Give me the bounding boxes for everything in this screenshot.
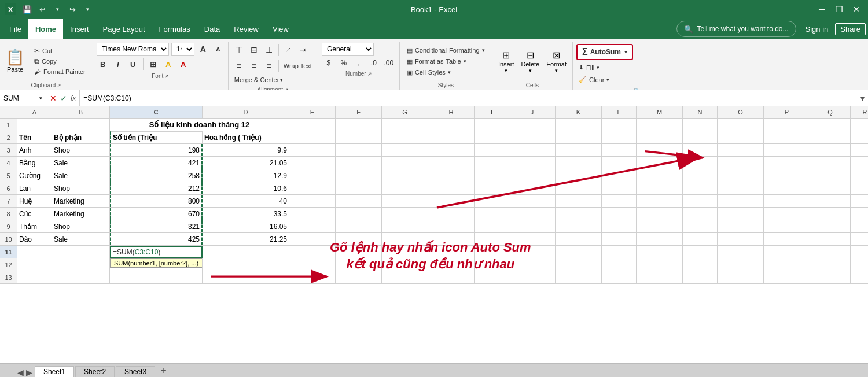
copy-button[interactable]: ⧉ Copy [32, 56, 88, 66]
increase-decimal-button[interactable]: .0 [367, 57, 381, 69]
cell-g10[interactable] [382, 233, 428, 245]
cell-r4[interactable] [851, 157, 868, 169]
tell-me-input[interactable]: 🔍 Tell me what you want to do... [676, 21, 796, 37]
cell-k13[interactable] [556, 271, 602, 283]
cell-i5[interactable] [475, 169, 509, 182]
cell-i12[interactable] [475, 258, 509, 271]
cell-k8[interactable] [556, 208, 602, 220]
cell-a3[interactable]: Anh [17, 144, 52, 156]
col-header-b[interactable]: B [52, 106, 110, 118]
cell-j6[interactable] [509, 182, 556, 194]
cell-e11[interactable] [289, 246, 336, 258]
cell-o3[interactable] [718, 144, 764, 156]
cell-j5[interactable] [509, 169, 556, 182]
restore-button[interactable]: ❐ [832, 2, 846, 16]
cell-b6[interactable]: Shop [52, 182, 110, 194]
cell-g12[interactable] [382, 258, 428, 271]
cell-j8[interactable] [509, 208, 556, 220]
insert-dropdown[interactable]: ▾ [505, 68, 507, 73]
cell-n8[interactable] [683, 208, 718, 220]
cell-q1[interactable] [810, 119, 851, 131]
currency-button[interactable]: $ [322, 57, 336, 69]
cell-i4[interactable] [475, 157, 509, 169]
formula-input[interactable]: =SUM(C3:C10) [79, 90, 857, 106]
cell-g3[interactable] [382, 144, 428, 156]
formula-fx-button[interactable]: fx [71, 94, 76, 102]
cell-n7[interactable] [683, 195, 718, 207]
cell-o6[interactable] [718, 182, 764, 194]
cell-r3[interactable] [851, 144, 868, 156]
menu-page-layout[interactable]: Page Layout [96, 19, 152, 39]
cell-m8[interactable] [637, 208, 683, 220]
cell-c6[interactable]: 212 [110, 182, 203, 194]
col-header-n[interactable]: N [683, 106, 718, 118]
cell-e12[interactable] [289, 258, 336, 271]
col-header-e[interactable]: E [289, 106, 336, 118]
paste-button[interactable]: 📋 Paste [2, 42, 28, 81]
cell-l10[interactable] [602, 233, 637, 245]
cell-e1[interactable] [289, 119, 336, 131]
cell-i10[interactable] [475, 233, 509, 245]
sheet-tab-3[interactable]: Sheet3 [116, 366, 155, 377]
cell-l8[interactable] [602, 208, 637, 220]
cell-e2[interactable] [289, 131, 336, 143]
cell-h12[interactable] [428, 258, 475, 271]
cell-b1[interactable] [52, 119, 110, 131]
cell-i8[interactable] [475, 208, 509, 220]
cell-d4[interactable]: 21.05 [203, 157, 289, 169]
cell-r8[interactable] [851, 208, 868, 220]
cell-e3[interactable] [289, 144, 336, 156]
cell-q3[interactable] [810, 144, 851, 156]
cell-a7[interactable]: Huệ [17, 195, 52, 207]
cell-n4[interactable] [683, 157, 718, 169]
cell-o4[interactable] [718, 157, 764, 169]
format-dropdown[interactable]: ▾ [555, 68, 558, 73]
font-size-select[interactable]: 14 [171, 43, 194, 56]
cell-l2[interactable] [602, 131, 637, 143]
cell-d12[interactable] [203, 258, 289, 271]
align-top-button[interactable]: ⊤ [232, 43, 246, 57]
col-header-m[interactable]: M [637, 106, 683, 118]
cell-q9[interactable] [810, 220, 851, 232]
row-header-12[interactable]: 12 [0, 258, 17, 271]
cell-d5[interactable]: 12.9 [203, 169, 289, 182]
cell-r5[interactable] [851, 169, 868, 182]
cell-m6[interactable] [637, 182, 683, 194]
menu-formulas[interactable]: Formulas [152, 19, 197, 39]
cell-f8[interactable] [336, 208, 382, 220]
cell-h5[interactable] [428, 169, 475, 182]
cell-e9[interactable] [289, 220, 336, 232]
cell-b3[interactable]: Shop [52, 144, 110, 156]
col-header-r[interactable]: R [851, 106, 868, 118]
cell-m9[interactable] [637, 220, 683, 232]
cell-j7[interactable] [509, 195, 556, 207]
cell-d3[interactable]: 9.9 [203, 144, 289, 156]
cell-h11[interactable] [428, 246, 475, 258]
cell-p11[interactable] [764, 246, 810, 258]
formula-confirm-button[interactable]: ✓ [60, 94, 67, 103]
cell-h6[interactable] [428, 182, 475, 194]
cell-g5[interactable] [382, 169, 428, 182]
cell-o8[interactable] [718, 208, 764, 220]
autosum-dropdown-icon[interactable]: ▾ [624, 49, 627, 55]
cell-styles-dropdown-icon[interactable]: ▾ [448, 69, 451, 75]
cell-f12[interactable] [336, 258, 382, 271]
cell-b10[interactable]: Sale [52, 233, 110, 245]
cell-i7[interactable] [475, 195, 509, 207]
comma-button[interactable]: , [352, 57, 366, 69]
cell-m3[interactable] [637, 144, 683, 156]
cell-d6[interactable]: 10.6 [203, 182, 289, 194]
cell-p12[interactable] [764, 258, 810, 271]
cell-k3[interactable] [556, 144, 602, 156]
row-header-13[interactable]: 13 [0, 271, 17, 283]
row-header-6[interactable]: 6 [0, 182, 17, 194]
row-header-7[interactable]: 7 [0, 195, 17, 207]
cell-n1[interactable] [683, 119, 718, 131]
insert-button[interactable]: ⊞ Insert ▾ [496, 49, 517, 75]
wrap-text-button[interactable]: Wrap Text [281, 61, 314, 71]
row-header-1[interactable]: 1 [0, 119, 17, 131]
cell-g2[interactable] [382, 131, 428, 143]
cell-p6[interactable] [764, 182, 810, 194]
cell-l11[interactable] [602, 246, 637, 258]
cell-j1[interactable] [509, 119, 556, 131]
